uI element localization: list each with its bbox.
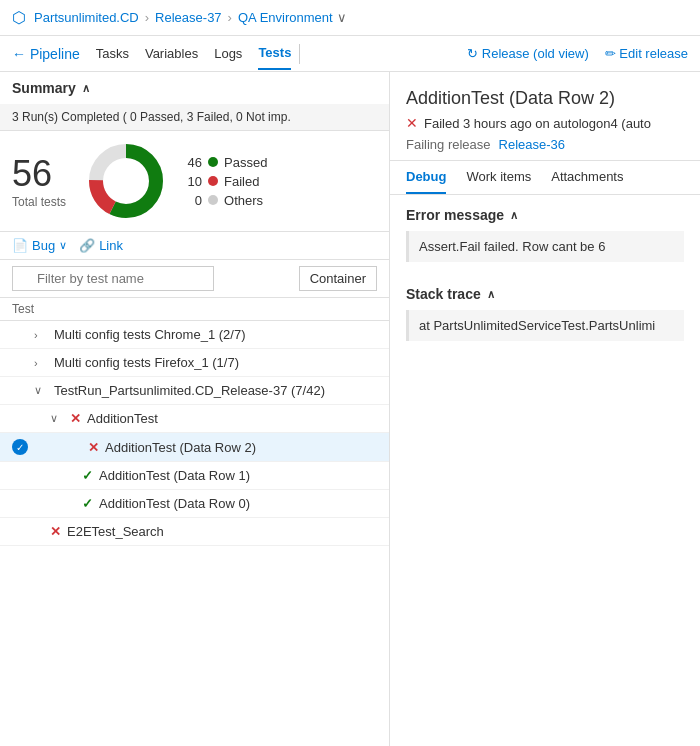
list-item[interactable]: ✓ ✕ AdditionTest (Data Row 2) (0, 433, 389, 462)
legend-others: 0 Others (182, 193, 267, 208)
link-icon: 🔗 (79, 238, 95, 253)
run-info: 3 Run(s) Completed ( 0 Passed, 3 Failed,… (0, 104, 389, 131)
navbar-item-logs[interactable]: Logs (214, 38, 242, 69)
test-label: AdditionTest (Data Row 2) (105, 440, 256, 455)
detail-title: AdditionTest (Data Row 2) (406, 88, 684, 109)
total-count: 56 (12, 153, 66, 195)
expand-icon[interactable]: ∨ (34, 384, 48, 397)
navbar-item-tasks[interactable]: Tasks (96, 38, 129, 69)
list-item[interactable]: › Multi config tests Chrome_1 (2/7) (0, 321, 389, 349)
fail-icon: ✕ (70, 411, 81, 426)
breadcrumb-dropdown[interactable]: ∨ (337, 10, 347, 25)
expand-icon[interactable]: › (34, 329, 48, 341)
failed-count: 10 (182, 174, 202, 189)
fail-status-icon: ✕ (406, 115, 418, 131)
breadcrumb-env[interactable]: QA Environment (238, 10, 333, 25)
stack-section-title[interactable]: Stack trace ∧ (406, 286, 684, 302)
passed-label: Passed (224, 155, 267, 170)
failing-release-label: Failing release (406, 137, 491, 152)
list-item[interactable]: ✕ E2ETest_Search (0, 518, 389, 546)
search-input[interactable] (12, 266, 214, 291)
pass-icon: ✓ (82, 468, 93, 483)
error-content: Assert.Fail failed. Row cant be 6 (406, 231, 684, 262)
total-tests-block: 56 Total tests (12, 153, 66, 209)
test-label: AdditionTest (87, 411, 158, 426)
detail-meta: Failing release Release-36 (406, 137, 684, 152)
others-dot (208, 195, 218, 205)
passed-count: 46 (182, 155, 202, 170)
test-label: E2ETest_Search (67, 524, 164, 539)
legend: 46 Passed 10 Failed 0 Others (182, 155, 267, 208)
breadcrumb: ⬡ Partsunlimited.CD › Release-37 › QA En… (0, 0, 700, 36)
breadcrumb-sep-2: › (228, 10, 232, 25)
navbar-item-variables[interactable]: Variables (145, 38, 198, 69)
detail-header: AdditionTest (Data Row 2) ✕ Failed 3 hou… (390, 72, 700, 161)
list-item[interactable]: › Multi config tests Firefox_1 (1/7) (0, 349, 389, 377)
test-label: Multi config tests Firefox_1 (1/7) (54, 355, 239, 370)
filter-wrap: ⚲ (12, 266, 291, 291)
test-label: Multi config tests Chrome_1 (2/7) (54, 327, 245, 342)
back-arrow[interactable]: ← Pipeline (12, 46, 80, 62)
navbar-item-tests[interactable]: Tests (258, 37, 291, 70)
donut-chart (86, 141, 166, 221)
passed-dot (208, 157, 218, 167)
navbar: ← Pipeline Tasks Variables Logs Tests ↻ … (0, 36, 700, 72)
test-label: TestRun_Partsunlimited.CD_Release-37 (7/… (54, 383, 325, 398)
stack-chevron: ∧ (487, 288, 495, 301)
error-title-label: Error message (406, 207, 504, 223)
navbar-right: ↻ Release (old view) ✏ Edit release (467, 46, 688, 61)
tab-work-items[interactable]: Work items (466, 161, 531, 194)
failed-dot (208, 176, 218, 186)
list-item[interactable]: ∨ TestRun_Partsunlimited.CD_Release-37 (… (0, 377, 389, 405)
legend-failed: 10 Failed (182, 174, 267, 189)
list-item[interactable]: ✓ AdditionTest (Data Row 0) (0, 490, 389, 518)
main-layout: Summary ∧ 3 Run(s) Completed ( 0 Passed,… (0, 72, 700, 746)
container-button[interactable]: Container (299, 266, 377, 291)
bug-dropdown-icon: ∨ (59, 239, 67, 252)
fail-icon: ✕ (88, 440, 99, 455)
list-item[interactable]: ∨ ✕ AdditionTest (0, 405, 389, 433)
bug-button[interactable]: 📄 Bug ∨ (12, 238, 67, 253)
navbar-left: ← Pipeline Tasks Variables Logs Tests (12, 37, 291, 70)
bug-label: Bug (32, 238, 55, 253)
expand-icon[interactable]: ∨ (50, 412, 64, 425)
list-item[interactable]: ✓ AdditionTest (Data Row 1) (0, 462, 389, 490)
summary-chevron: ∧ (82, 82, 90, 95)
fail-icon: ✕ (50, 524, 61, 539)
summary-label: Summary (12, 80, 76, 96)
bug-icon: 📄 (12, 238, 28, 253)
others-label: Others (224, 193, 263, 208)
pass-icon: ✓ (82, 496, 93, 511)
breadcrumb-release[interactable]: Release-37 (155, 10, 222, 25)
edit-release-link[interactable]: ✏ Edit release (605, 46, 688, 61)
stats-area: 56 Total tests 46 Passed (0, 131, 389, 232)
total-label: Total tests (12, 195, 66, 209)
stack-title-label: Stack trace (406, 286, 481, 302)
detail-tabs: Debug Work items Attachments (390, 161, 700, 195)
stack-section: Stack trace ∧ at PartsUnlimitedServiceTe… (390, 274, 700, 353)
navbar-separator (299, 44, 300, 64)
test-label: AdditionTest (Data Row 1) (99, 468, 250, 483)
stack-content: at PartsUnlimitedServiceTest.PartsUnlimi (406, 310, 684, 341)
tab-debug[interactable]: Debug (406, 161, 446, 194)
breadcrumb-org[interactable]: Partsunlimited.CD (34, 10, 139, 25)
legend-passed: 46 Passed (182, 155, 267, 170)
test-list-header: Test (0, 298, 389, 321)
error-section-title[interactable]: Error message ∧ (406, 207, 684, 223)
link-button[interactable]: 🔗 Link (79, 238, 123, 253)
summary-header[interactable]: Summary ∧ (0, 72, 389, 104)
release-old-view-link[interactable]: ↻ Release (old view) (467, 46, 589, 61)
app-icon: ⬡ (12, 8, 26, 27)
failed-label: Failed (224, 174, 259, 189)
action-bar: 📄 Bug ∨ 🔗 Link (0, 232, 389, 260)
tab-attachments[interactable]: Attachments (551, 161, 623, 194)
failing-release-link[interactable]: Release-36 (499, 137, 566, 152)
filter-bar: ⚲ Container (0, 260, 389, 298)
detail-status: ✕ Failed 3 hours ago on autologon4 (auto (406, 115, 684, 131)
status-text: Failed 3 hours ago on autologon4 (auto (424, 116, 651, 131)
right-panel: AdditionTest (Data Row 2) ✕ Failed 3 hou… (390, 72, 700, 746)
expand-icon[interactable]: › (34, 357, 48, 369)
others-count: 0 (182, 193, 202, 208)
error-section: Error message ∧ Assert.Fail failed. Row … (390, 195, 700, 274)
test-list: › Multi config tests Chrome_1 (2/7) › Mu… (0, 321, 389, 746)
